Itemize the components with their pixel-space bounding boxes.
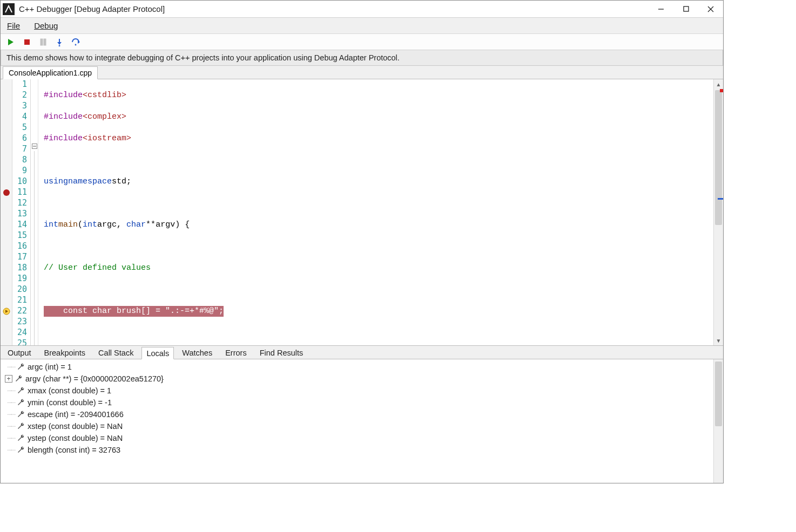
window-title: C++ Debugger [Debug Adapter Protocol] xyxy=(19,4,649,13)
stop-button[interactable] xyxy=(22,37,32,47)
overview-current-mark xyxy=(718,198,723,200)
wrench-icon xyxy=(17,446,25,454)
run-button[interactable] xyxy=(6,37,16,47)
tree-expand-toggle[interactable]: + xyxy=(5,375,12,383)
tab-find-results[interactable]: Find Results xyxy=(255,346,308,359)
editor-area: 123 456 789 101112 131415 161718 192021 … xyxy=(1,79,723,346)
breakpoint-gutter[interactable] xyxy=(1,79,12,345)
debug-toolbar xyxy=(1,34,723,50)
step-over-button[interactable] xyxy=(71,37,80,47)
locals-row-text: escape (int) = -2094001666 xyxy=(28,410,124,419)
locals-row[interactable]: ┈┈xstep (const double) = NaN xyxy=(2,420,722,432)
close-button[interactable] xyxy=(698,1,723,17)
locals-row-text: ymin (const double) = -1 xyxy=(28,398,112,407)
panel-tabs: Output Breakpoints Call Stack Locals Wat… xyxy=(1,346,723,359)
tree-connector: ┈┈ xyxy=(5,446,17,454)
maximize-button[interactable] xyxy=(673,1,698,17)
code-editor[interactable]: 123 456 789 101112 131415 161718 192021 … xyxy=(1,79,723,345)
locals-row-text: argv (char **) = {0x000002002ea51270} xyxy=(25,374,164,383)
editor-tab-row: ConsoleApplication1.cpp xyxy=(1,66,723,79)
wrench-icon xyxy=(17,422,25,431)
tab-breakpoints[interactable]: Breakpoints xyxy=(39,346,91,359)
editor-tab-label: ConsoleApplication1.cpp xyxy=(9,69,92,77)
menu-debug[interactable]: Debug xyxy=(32,20,60,31)
breakpoint-line: const char brush[] = ".:-=+*#%@"; xyxy=(44,306,224,317)
breakpoint-dot-icon xyxy=(3,189,10,196)
svg-point-9 xyxy=(59,45,60,46)
wrench-icon xyxy=(17,398,25,407)
tab-watches[interactable]: Watches xyxy=(177,346,217,359)
locals-panel[interactable]: ┈┈argc (int) = 1+argv (char **) = {0x000… xyxy=(1,359,723,483)
pause-button[interactable] xyxy=(38,37,48,47)
line-number-gutter: 123 456 789 101112 131415 161718 192021 … xyxy=(12,79,31,345)
wrench-icon xyxy=(17,434,25,442)
menu-debug-label: Debug xyxy=(34,21,58,30)
scroll-down-icon[interactable]: ▼ xyxy=(714,336,723,345)
panel-scroll-thumb[interactable] xyxy=(715,362,722,426)
fold-gutter[interactable] xyxy=(31,79,38,345)
editor-scrollbar[interactable]: ▲ ▼ xyxy=(713,79,723,345)
panel-scrollbar[interactable] xyxy=(713,359,723,483)
tree-connector: ┈┈ xyxy=(5,422,17,431)
svg-marker-4 xyxy=(8,39,14,45)
info-strip: This demo shows how to integrate debuggi… xyxy=(1,50,723,66)
tab-call-stack[interactable]: Call Stack xyxy=(93,346,138,359)
wrench-icon xyxy=(17,410,25,419)
wrench-icon xyxy=(17,386,25,395)
locals-row[interactable]: +argv (char **) = {0x000002002ea51270} xyxy=(2,373,722,385)
current-line-marker[interactable] xyxy=(1,306,12,317)
locals-row[interactable]: ┈┈argc (int) = 1 xyxy=(2,361,722,373)
svg-marker-8 xyxy=(57,42,62,45)
locals-row[interactable]: ┈┈escape (int) = -2094001666 xyxy=(2,408,722,420)
wrench-icon xyxy=(17,363,25,371)
scroll-thumb[interactable] xyxy=(715,90,722,225)
app-icon xyxy=(3,3,15,15)
editor-tab[interactable]: ConsoleApplication1.cpp xyxy=(3,66,98,79)
locals-row[interactable]: ┈┈xmax (const double) = 1 xyxy=(2,385,722,397)
step-into-button[interactable] xyxy=(55,37,64,47)
locals-row-text: ystep (const double) = NaN xyxy=(28,434,123,442)
menu-bar: File Debug xyxy=(1,18,723,34)
tree-connector: ┈┈ xyxy=(5,434,17,442)
svg-rect-6 xyxy=(41,39,43,45)
minimize-button[interactable] xyxy=(649,1,673,17)
overview-breakpoint-mark xyxy=(720,89,723,92)
locals-row-text: xstep (const double) = NaN xyxy=(28,422,123,431)
locals-row[interactable]: ┈┈ystep (const double) = NaN xyxy=(2,432,722,444)
bottom-panel: Output Breakpoints Call Stack Locals Wat… xyxy=(1,346,723,483)
code-content[interactable]: #include <cstdlib> #include <complex> #i… xyxy=(38,79,713,345)
tab-output[interactable]: Output xyxy=(3,346,36,359)
execution-arrow-icon xyxy=(3,308,10,315)
title-bar: C++ Debugger [Debug Adapter Protocol] xyxy=(1,1,723,18)
window-controls xyxy=(649,1,723,17)
breakpoint-marker[interactable] xyxy=(1,187,12,198)
tree-connector: ┈┈ xyxy=(5,363,17,371)
fold-toggle[interactable] xyxy=(31,141,38,151)
locals-row-text: argc (int) = 1 xyxy=(28,363,72,371)
wrench-icon xyxy=(15,374,23,383)
menu-file-label: File xyxy=(7,21,20,30)
tree-connector: ┈┈ xyxy=(5,386,17,395)
locals-row[interactable]: ┈┈ymin (const double) = -1 xyxy=(2,397,722,408)
svg-point-11 xyxy=(75,44,77,45)
tree-connector: ┈┈ xyxy=(5,410,17,419)
tab-errors[interactable]: Errors xyxy=(220,346,251,359)
locals-row-text: xmax (const double) = 1 xyxy=(28,386,111,395)
locals-row-text: blength (const int) = 32763 xyxy=(28,446,120,454)
svg-rect-5 xyxy=(24,39,30,45)
svg-rect-1 xyxy=(684,6,689,11)
locals-row[interactable]: ┈┈blength (const int) = 32763 xyxy=(2,444,722,456)
svg-rect-7 xyxy=(44,39,46,45)
tab-locals[interactable]: Locals xyxy=(141,347,174,359)
menu-file[interactable]: File xyxy=(5,20,22,31)
tree-connector: ┈┈ xyxy=(5,398,17,407)
scroll-up-icon[interactable]: ▲ xyxy=(714,79,723,89)
app-window: C++ Debugger [Debug Adapter Protocol] Fi… xyxy=(0,0,724,483)
